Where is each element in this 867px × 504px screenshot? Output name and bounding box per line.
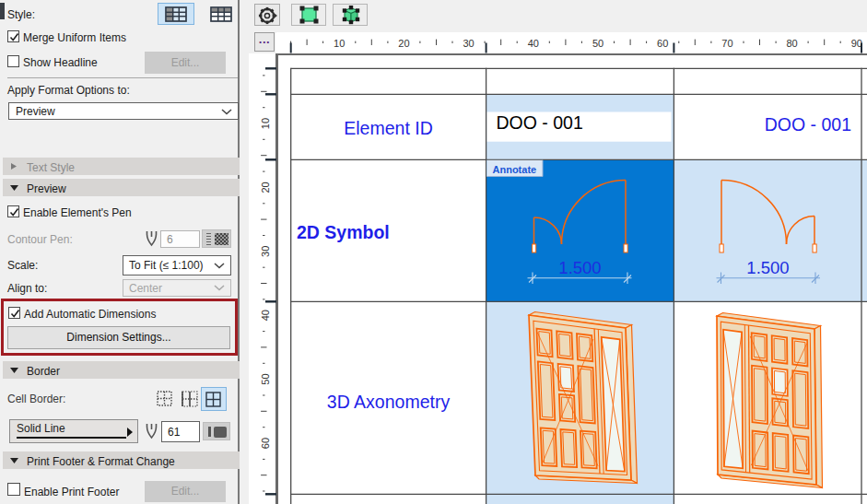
- svg-text:40: 40: [260, 310, 271, 321]
- svg-text:DOO - 001: DOO - 001: [497, 112, 583, 133]
- svg-text:Annotate: Annotate: [493, 164, 537, 175]
- svg-text:80: 80: [786, 38, 797, 49]
- svg-text:2D Symbol: 2D Symbol: [297, 222, 390, 242]
- svg-text:3D Axonometry: 3D Axonometry: [327, 392, 451, 412]
- svg-text:30: 30: [463, 38, 474, 49]
- svg-text:1.500: 1.500: [746, 258, 789, 277]
- svg-text:40: 40: [528, 38, 539, 49]
- svg-text:50: 50: [592, 38, 603, 49]
- svg-text:30: 30: [260, 246, 271, 257]
- svg-text:60: 60: [657, 38, 668, 49]
- svg-text:1.500: 1.500: [558, 258, 601, 277]
- svg-text:20: 20: [398, 38, 409, 49]
- svg-text:60: 60: [260, 438, 271, 449]
- svg-text:50: 50: [260, 373, 271, 384]
- svg-text:10: 10: [334, 38, 345, 49]
- svg-text:Element ID: Element ID: [344, 118, 432, 138]
- svg-text:20: 20: [260, 182, 271, 193]
- svg-text:70: 70: [721, 38, 732, 49]
- svg-text:DOO - 001: DOO - 001: [765, 114, 851, 135]
- svg-text:10: 10: [260, 118, 271, 129]
